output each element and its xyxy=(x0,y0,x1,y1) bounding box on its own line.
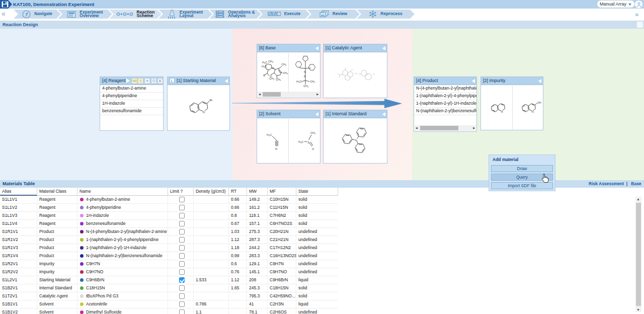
svg-text:O: O xyxy=(312,147,314,150)
svg-text:N: N xyxy=(501,110,503,113)
svg-text:P: P xyxy=(304,75,306,78)
svg-text:CH₃: CH₃ xyxy=(310,131,315,134)
svg-text:OH: OH xyxy=(537,101,541,104)
svg-text:N: N xyxy=(263,74,265,77)
svg-text:S: S xyxy=(307,141,309,144)
svg-text:H₃C: H₃C xyxy=(296,80,301,83)
svg-text:H₃C: H₃C xyxy=(262,61,267,64)
svg-text:CH₃: CH₃ xyxy=(281,63,286,66)
svg-text:CH₃: CH₃ xyxy=(303,85,308,88)
svg-text:H₃C: H₃C xyxy=(298,140,303,143)
svg-text:CH₃: CH₃ xyxy=(283,71,288,74)
svg-text:N: N xyxy=(355,139,357,142)
svg-text:N: N xyxy=(275,147,277,150)
svg-text:N: N xyxy=(272,66,274,69)
svg-text:N: N xyxy=(304,70,306,73)
svg-text:N: N xyxy=(203,111,205,114)
svg-text:T: T xyxy=(139,79,142,84)
svg-text:CH₃: CH₃ xyxy=(310,80,315,83)
svg-text:H₃C: H₃C xyxy=(262,65,267,68)
svg-text:N: N xyxy=(532,110,534,113)
svg-text:CH₃: CH₃ xyxy=(268,60,273,63)
svg-text:CH₃: CH₃ xyxy=(269,77,274,80)
svg-text:Br: Br xyxy=(210,99,213,102)
svg-text:H₃C: H₃C xyxy=(267,133,272,136)
svg-text:CH₃: CH₃ xyxy=(276,78,281,81)
